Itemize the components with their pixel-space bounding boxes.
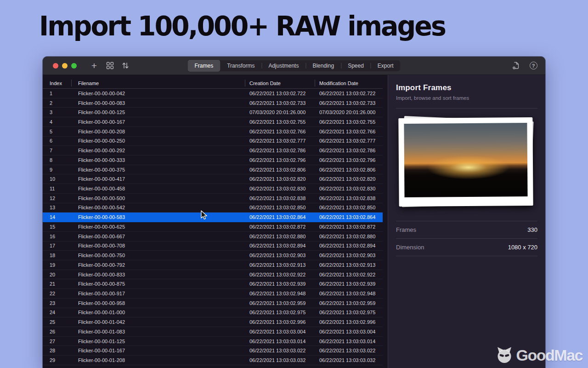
table-cell: 06/22/2021 13:03:02.786: [315, 148, 383, 153]
grid-view-button[interactable]: [104, 60, 115, 71]
table-row[interactable]: 17Flicker-00-00-00-70806/22/2021 13:03:0…: [43, 242, 383, 251]
table-row[interactable]: 27Flicker-00-00-01-12506/22/2021 13:03:0…: [43, 337, 383, 346]
stat-label: Dimension: [396, 244, 424, 251]
table-cell: 06/22/2021 13:03:02.939: [315, 281, 383, 287]
help-button[interactable]: ?: [528, 60, 539, 71]
table-cell: 7: [43, 148, 71, 153]
add-frames-button[interactable]: +: [89, 60, 100, 71]
table-cell: Flicker-00-00-00-625: [71, 224, 245, 230]
table-row[interactable]: 8Flicker-00-00-00-33306/22/2021 13:03:02…: [43, 155, 383, 165]
table-cell: 06/22/2021 13:03:02.880: [315, 234, 383, 239]
table-cell: 06/22/2021 13:03:02.838: [315, 196, 383, 201]
table-body: 1Flicker-00-00-00-04206/22/2021 13:03:02…: [43, 89, 383, 365]
column-header-filename[interactable]: Filename: [71, 78, 245, 88]
table-cell: 23: [43, 300, 71, 306]
table-cell: 06/22/2021 13:03:02.864: [315, 214, 383, 220]
table-row[interactable]: 23Flicker-00-00-00-95806/22/2021 13:03:0…: [43, 299, 383, 308]
table-cell: 2: [43, 100, 71, 106]
table-row[interactable]: 11Flicker-00-00-00-45806/22/2021 13:03:0…: [43, 184, 383, 194]
table-cell: 06/22/2021 13:03:02.975: [245, 310, 315, 315]
table-cell: 14: [43, 214, 71, 220]
table-cell: 06/22/2021 13:03:02.755: [315, 119, 383, 125]
table-row[interactable]: 25Flicker-00-00-01-04206/22/2021 13:03:0…: [43, 317, 383, 327]
table-cell: 06/22/2021 13:03:02.766: [315, 129, 383, 134]
table-cell: Flicker-00-00-01-167: [71, 348, 245, 353]
table-cell: Flicker-00-00-00-417: [71, 176, 245, 182]
table-row[interactable]: 29Flicker-00-00-01-20806/22/2021 13:03:0…: [43, 356, 383, 365]
table-row[interactable]: 10Flicker-00-00-00-41706/22/2021 13:03:0…: [43, 174, 383, 184]
table-cell: Flicker-00-00-00-292: [71, 148, 245, 153]
export-document-button[interactable]: [510, 60, 521, 71]
table-cell: 06/22/2021 13:03:02.806: [315, 167, 383, 172]
sort-button[interactable]: [120, 60, 131, 71]
close-window-button[interactable]: [53, 63, 58, 69]
frame-preview-stack: [396, 114, 537, 221]
tab-export[interactable]: Export: [371, 60, 401, 72]
tab-adjustments[interactable]: Adjustments: [261, 60, 305, 72]
table-cell: Flicker-00-00-00-375: [71, 167, 245, 172]
table-cell: 06/22/2021 13:03:02.733: [245, 100, 315, 106]
table-cell: 13: [43, 205, 71, 210]
tab-frames[interactable]: Frames: [187, 60, 220, 72]
table-cell: Flicker-00-00-01-000: [71, 310, 245, 315]
table-row[interactable]: 3Flicker-00-00-00-12507/03/2020 20:01:26…: [43, 108, 383, 117]
table-cell: 06/22/2021 13:03:02.996: [315, 319, 383, 325]
table-row[interactable]: 26Flicker-00-00-01-08306/22/2021 13:03:0…: [43, 327, 383, 337]
table-cell: 06/22/2021 13:03:02.777: [245, 138, 315, 144]
table-cell: Flicker-00-00-00-667: [71, 234, 245, 239]
table-cell: 24: [43, 310, 71, 315]
table-row[interactable]: 6Flicker-00-00-00-25006/22/2021 13:03:02…: [43, 137, 383, 146]
table-row[interactable]: 12Flicker-00-00-00-50006/22/2021 13:03:0…: [43, 194, 383, 203]
table-row[interactable]: 4Flicker-00-00-00-16706/22/2021 13:03:02…: [43, 117, 383, 127]
tab-speed[interactable]: Speed: [341, 60, 371, 72]
table-cell: 06/22/2021 13:03:02.939: [245, 281, 315, 287]
table-cell: 06/22/2021 13:03:02.806: [245, 167, 315, 172]
minimize-window-button[interactable]: [62, 63, 68, 69]
sunset-preview-image: [404, 123, 527, 197]
table-cell: 6: [43, 138, 71, 144]
table-row[interactable]: 7Flicker-00-00-00-29206/22/2021 13:03:02…: [43, 146, 383, 155]
table-cell: Flicker-00-00-00-125: [71, 109, 245, 115]
table-row[interactable]: 19Flicker-00-00-00-79206/22/2021 13:03:0…: [43, 260, 383, 270]
table-cell: 16: [43, 234, 71, 239]
table-row[interactable]: 2Flicker-00-00-00-08306/22/2021 13:03:02…: [43, 98, 383, 108]
table-cell: 06/22/2021 13:03:02.922: [245, 272, 315, 277]
table-row[interactable]: 20Flicker-00-00-00-83306/22/2021 13:03:0…: [43, 270, 383, 280]
table-row[interactable]: 21Flicker-00-00-00-87506/22/2021 13:03:0…: [43, 279, 383, 289]
table-row[interactable]: 24Flicker-00-00-01-00006/22/2021 13:03:0…: [43, 308, 383, 318]
table-row[interactable]: 5Flicker-00-00-00-20806/22/2021 13:03:02…: [43, 127, 383, 137]
tab-blending[interactable]: Blending: [305, 60, 341, 72]
stats-divider: [396, 256, 537, 256]
table-row[interactable]: 1Flicker-00-00-00-04206/22/2021 13:03:02…: [43, 89, 383, 98]
table-row[interactable]: 13Flicker-00-00-00-54206/22/2021 13:03:0…: [43, 203, 383, 213]
tab-transforms[interactable]: Transforms: [220, 60, 261, 72]
table-row[interactable]: 28Flicker-00-00-01-16706/22/2021 13:03:0…: [43, 346, 383, 356]
table-cell: Flicker-00-00-01-083: [71, 329, 245, 334]
table-cell: Flicker-00-00-00-458: [71, 186, 245, 191]
stat-label: Frames: [396, 226, 416, 233]
zoom-window-button[interactable]: [71, 63, 77, 69]
table-cell: 06/22/2021 13:03:02.796: [245, 157, 315, 163]
table-row[interactable]: 18Flicker-00-00-00-75006/22/2021 13:03:0…: [43, 251, 383, 260]
table-cell: Flicker-00-00-00-500: [71, 196, 245, 201]
table-row[interactable]: 9Flicker-00-00-00-37506/22/2021 13:03:02…: [43, 165, 383, 175]
table-cell: 06/22/2021 13:03:02.880: [245, 234, 315, 239]
table-cell: Flicker-00-00-01-208: [71, 357, 245, 363]
table-cell: 06/22/2021 13:03:03.014: [315, 339, 383, 344]
column-header-index[interactable]: Index: [43, 78, 71, 88]
table-cell: 06/22/2021 13:03:02.820: [315, 176, 383, 182]
table-row[interactable]: 14Flicker-00-00-00-58306/22/2021 13:03:0…: [43, 213, 383, 222]
table-cell: 06/22/2021 13:03:02.959: [315, 300, 383, 306]
table-cell: 06/22/2021 13:03:02.996: [245, 319, 315, 325]
column-header-modification-date[interactable]: Modification Date: [315, 78, 383, 88]
table-cell: Flicker-00-00-00-250: [71, 138, 245, 144]
table-row[interactable]: 22Flicker-00-00-00-91706/22/2021 13:03:0…: [43, 289, 383, 299]
table-cell: 18: [43, 253, 71, 258]
cat-logo-icon: [495, 346, 514, 364]
table-cell: 06/22/2021 13:03:03.004: [245, 329, 315, 334]
table-cell: 06/22/2021 13:03:02.830: [245, 186, 315, 191]
grid-view-icon: [106, 62, 114, 69]
column-header-creation-date[interactable]: Creation Date: [245, 78, 315, 88]
table-row[interactable]: 15Flicker-00-00-00-62506/22/2021 13:03:0…: [43, 222, 383, 232]
table-row[interactable]: 16Flicker-00-00-00-66706/22/2021 13:03:0…: [43, 232, 383, 242]
